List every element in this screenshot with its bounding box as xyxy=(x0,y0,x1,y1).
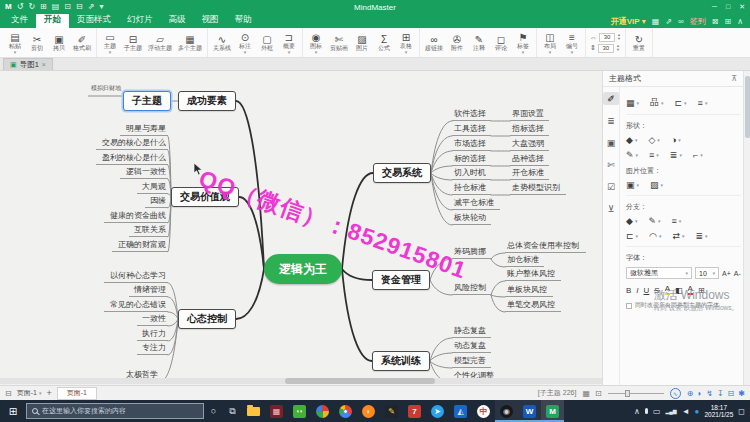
comment-button[interactable]: ◻评论 xyxy=(490,28,512,57)
quickbar-more-icon[interactable]: ▾ xyxy=(99,0,103,14)
share-nodes-icon[interactable]: ∞ xyxy=(678,17,684,26)
menu-item-视图[interactable]: 视图 xyxy=(194,13,227,28)
center-map-icon[interactable]: ⊕ xyxy=(687,389,694,398)
style-tab-icon[interactable]: ✐ xyxy=(603,92,619,105)
vip-button[interactable]: 开通VIP ▾ xyxy=(611,16,646,27)
formula-button[interactable]: Σ公式 xyxy=(373,28,395,57)
chrome-icon[interactable] xyxy=(334,400,357,422)
start-button[interactable]: ⊞ xyxy=(0,406,26,417)
seven-app-icon[interactable]: 7 xyxy=(403,400,426,422)
v-spacing-value[interactable]: 30 xyxy=(598,44,614,53)
new-icon[interactable]: ⊞ xyxy=(40,0,47,14)
topic-button[interactable]: ▭主题▾ xyxy=(99,28,121,57)
add-page-button[interactable]: + xyxy=(46,388,51,398)
menu-item-幻灯片[interactable]: 幻灯片 xyxy=(119,13,161,28)
image-size-icon[interactable]: ▨▾ xyxy=(650,180,663,190)
share-icon[interactable]: ⇗ xyxy=(88,0,95,14)
shape-select-icon[interactable]: ◇▾ xyxy=(648,135,659,145)
menu-item-帮助[interactable]: 帮助 xyxy=(227,13,260,28)
zoom-slider[interactable] xyxy=(608,393,664,394)
menu-item-开始[interactable]: 开始 xyxy=(36,13,69,28)
pages-icon[interactable]: ⊟ xyxy=(5,389,12,398)
fill-color-icon[interactable]: ◆▾ xyxy=(626,135,637,145)
subtopic-button[interactable]: ⊟子主题 xyxy=(121,28,145,57)
numbering-style-icon[interactable]: ≡▾ xyxy=(698,96,708,109)
zoom-slider-knob[interactable] xyxy=(625,390,630,397)
canvas-hscrollbar[interactable] xyxy=(0,378,602,384)
settings-icon[interactable]: ✱ xyxy=(738,389,745,398)
checkin-button[interactable]: 签到 xyxy=(690,16,706,27)
mindmap-node-交易系统[interactable]: 交易系统 xyxy=(373,163,431,183)
mindmap-node-资金管理[interactable]: 资金管理 xyxy=(372,270,430,290)
mindmap-node-子主题[interactable]: 子主题 xyxy=(123,91,171,111)
wechat-icon[interactable]: ◖◗ xyxy=(288,400,311,422)
network-icon[interactable]: ▂▄▆ xyxy=(665,408,676,414)
copy-button[interactable]: ▣拷贝 xyxy=(48,28,70,57)
layout-button[interactable]: ◫布局▾ xyxy=(539,28,561,57)
summary-button[interactable]: ⊐概要▾ xyxy=(278,28,300,57)
taskbar-search-input[interactable]: 在这里输入你要搜索的内容 xyxy=(26,403,204,419)
floating-topic-button[interactable]: ▱浮动主题 xyxy=(145,28,175,57)
document-tab[interactable]: ▣ 导图1 × xyxy=(3,58,53,70)
branch-width-icon[interactable]: ≡▾ xyxy=(672,216,682,226)
task-view-button[interactable]: ⧉ xyxy=(223,406,242,417)
note-button[interactable]: ✎注释 xyxy=(468,28,490,57)
format-painter-button[interactable]: ✐格式刷 xyxy=(70,28,94,57)
mindmap-node-大盘强弱[interactable]: 大盘强弱 xyxy=(510,138,549,151)
mahjong-app-icon[interactable]: 中 xyxy=(472,400,495,422)
apps-grid-icon[interactable]: ⊞ xyxy=(724,17,731,26)
export-tab-icon[interactable]: ⊻ xyxy=(603,202,619,215)
layout-style-icon[interactable]: ▦▾ xyxy=(626,96,639,109)
h-spacing-stepper[interactable]: ▲▼ xyxy=(617,33,621,41)
task-tab-icon[interactable]: ☑ xyxy=(603,180,619,193)
stepper-down-icon[interactable]: ▼ xyxy=(616,48,620,52)
maximize-button[interactable]: □ xyxy=(726,0,730,14)
quick-style-icon[interactable]: ↯ xyxy=(706,389,713,398)
mindmap-canvas[interactable]: 逻辑为王成功要素子主题交易价值观明星与寿星交易的核心是什么盈利的核心是什么逻辑一… xyxy=(0,71,602,385)
mindmap-node-因缘[interactable]: 因缘 xyxy=(145,195,168,208)
checkbox-icon[interactable] xyxy=(626,303,632,309)
night-mode-icon[interactable]: ◗ xyxy=(697,389,702,398)
mindmap-node-情绪管理[interactable]: 情绪管理 xyxy=(129,284,168,297)
align-button[interactable]: ⊞ xyxy=(698,286,705,295)
mindmap-node-板块轮动[interactable]: 板块轮动 xyxy=(452,212,491,225)
branch-color-icon[interactable]: ◆▾ xyxy=(626,216,637,226)
branch-curve-icon[interactable]: ◠▾ xyxy=(649,231,661,241)
picture-button[interactable]: ▨图片 xyxy=(351,28,373,57)
mindmap-node-明星与寿星[interactable]: 明星与寿星 xyxy=(120,123,168,136)
send-icon[interactable]: ⇗ xyxy=(665,17,672,26)
mindmap-node-单笔交易风控[interactable]: 单笔交易风控 xyxy=(505,299,561,312)
mindmap-node-心态控制[interactable]: 心态控制 xyxy=(178,309,236,329)
mindmap-node-静态复盘[interactable]: 静态复盘 xyxy=(452,325,491,338)
tray-app-icon[interactable]: ● xyxy=(695,407,700,416)
mindmap-node-动态复盘[interactable]: 动态复盘 xyxy=(452,340,491,353)
mindmap-node-以何种心态学习[interactable]: 以何种心态学习 xyxy=(104,270,168,283)
undo-icon[interactable]: ↺ xyxy=(17,0,24,14)
bird-app-icon[interactable]: ➤ xyxy=(426,400,449,422)
page-tab[interactable]: 页面-1 xyxy=(57,387,97,400)
bold-button[interactable]: B xyxy=(626,286,631,295)
boundary-button[interactable]: ▢外框 xyxy=(256,28,278,57)
connector-style-icon[interactable]: ⊏▾ xyxy=(675,96,687,109)
branch-arrow-icon[interactable]: ⇄▾ xyxy=(672,231,684,241)
mindmap-node-品种选择[interactable]: 品种选择 xyxy=(510,153,549,166)
paste-button[interactable]: ▤粘贴▾ xyxy=(4,28,26,57)
clipart-tab-icon[interactable]: ✄ xyxy=(603,158,619,171)
mindmap-node-盈利的核心是什么[interactable]: 盈利的核心是什么 xyxy=(96,152,168,165)
mindmap-node-单板块风控[interactable]: 单板块风控 xyxy=(505,284,553,297)
pin-icon[interactable]: ⊼ xyxy=(731,74,737,83)
notification-center-icon[interactable]: ◻ xyxy=(738,407,745,416)
mindmap-node-逻辑一致性[interactable]: 逻辑一致性 xyxy=(120,166,168,179)
mindmap-node-系统训练[interactable]: 系统训练 xyxy=(372,351,430,371)
float-topic-label[interactable]: 模拟归财地 xyxy=(91,84,121,93)
mindmap-node-一致性[interactable]: 一致性 xyxy=(137,313,168,326)
mindmap-node-总体资金使用率控制[interactable]: 总体资金使用率控制 xyxy=(505,240,586,253)
border-width-icon[interactable]: ≡▾ xyxy=(649,150,659,160)
corner-style-icon[interactable]: ⌐▾ xyxy=(693,150,703,160)
mindmap-node-开仓标准[interactable]: 开仓标准 xyxy=(510,167,549,180)
tag-button[interactable]: ⚑标签▾ xyxy=(512,28,534,57)
mindmap-node-互联关系[interactable]: 互联关系 xyxy=(129,224,168,237)
mindmap-node-大局观[interactable]: 大局观 xyxy=(137,181,168,194)
browser-circle-icon[interactable] xyxy=(311,400,334,422)
word-icon[interactable]: W xyxy=(518,400,541,422)
